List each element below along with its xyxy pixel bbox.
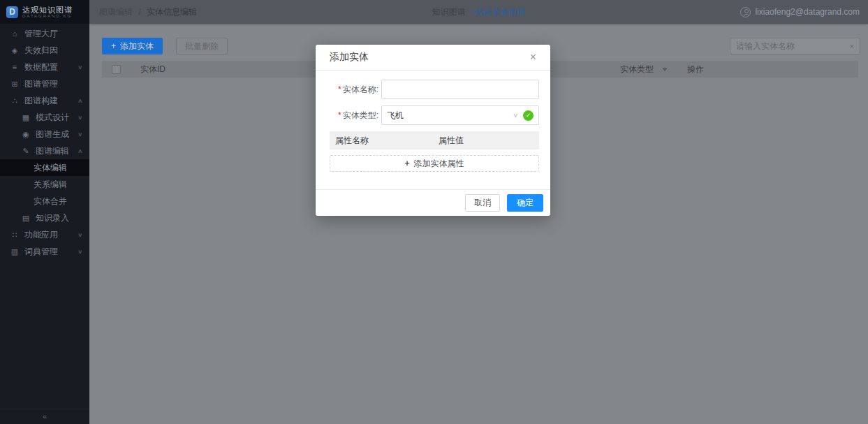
user-email: lixiaofeng2@datagrand.com xyxy=(755,7,860,17)
column-entity-id: 实体ID xyxy=(140,64,165,75)
column-entity-type: 实体类型 xyxy=(620,64,654,75)
sidebar-item-management-hall[interactable]: ⌂ 管理大厅 xyxy=(0,25,89,42)
brand-subtitle: DATAGRAND KG xyxy=(22,14,73,19)
sidebar-item-label: 模式设计 xyxy=(36,112,69,124)
column-action: 操作 xyxy=(687,64,704,75)
current-graph-name: 武器装备图谱 xyxy=(476,7,526,17)
add-property-label: 添加实体属性 xyxy=(414,158,464,170)
confirm-button[interactable]: 确定 xyxy=(507,194,543,212)
property-table-header: 属性名称 属性值 xyxy=(330,131,539,149)
sidebar-item-knowledge-entry[interactable]: ▤ 知识录入 xyxy=(0,210,89,226)
sidebar-item-label: 失效归因 xyxy=(24,45,58,57)
chevron-down-icon: ∨ xyxy=(78,232,83,238)
sidebar-item-label: 图谱生成 xyxy=(36,129,69,140)
pencil-icon: ✎ xyxy=(21,147,31,156)
sidebar-item-entity-editing[interactable]: 实体编辑 xyxy=(0,159,89,176)
modal-title: 添加实体 xyxy=(330,51,369,64)
knowledge-graph-label: 知识图谱 xyxy=(432,7,465,17)
sidebar-item-label: 数据配置 xyxy=(24,61,58,73)
filter-icon[interactable] xyxy=(662,68,668,71)
chevron-up-icon: ∧ xyxy=(78,98,83,104)
sidebar: D 达观知识图谱 DATAGRAND KG ⌂ 管理大厅 ◈ 失效归因 ≡ 数据… xyxy=(0,0,89,424)
graph-build-icon: ∴ xyxy=(10,96,20,105)
schema-icon: ▦ xyxy=(21,113,31,122)
chevron-down-icon: ∨ xyxy=(78,131,83,138)
collapse-icon: « xyxy=(43,412,47,421)
sidebar-item-label: 图谱编辑 xyxy=(36,145,69,157)
cancel-button[interactable]: 取消 xyxy=(465,194,500,212)
current-graph-link[interactable]: ☆武器装备图谱 xyxy=(468,7,526,17)
entity-search-box: × xyxy=(730,38,860,54)
sidebar-item-graph-management[interactable]: ⊞ 图谱管理 xyxy=(0,75,89,92)
close-icon[interactable]: × xyxy=(530,52,536,63)
chevron-down-icon: ∨ xyxy=(78,115,83,121)
entity-name-label: *实体名称: xyxy=(330,84,378,96)
database-icon: ≡ xyxy=(10,63,20,71)
sidebar-item-graph-generation[interactable]: ◉ 图谱生成 ∨ xyxy=(0,126,89,142)
sidebar-item-graph-construction[interactable]: ∴ 图谱构建 ∧ xyxy=(0,92,89,109)
add-entity-label: 添加实体 xyxy=(120,41,154,52)
sidebar-collapse-button[interactable]: « xyxy=(0,409,89,424)
required-mark: * xyxy=(338,85,341,94)
home-icon: ⌂ xyxy=(10,29,20,38)
add-property-button[interactable]: + 添加实体属性 xyxy=(330,155,539,172)
sidebar-nav: ⌂ 管理大厅 ◈ 失效归因 ≡ 数据配置 ∨ ⊞ 图谱管理 ∴ 图谱构建 ∧ ▦… xyxy=(0,24,89,260)
batch-delete-label: 批量删除 xyxy=(185,41,219,52)
modal-footer: 取消 确定 xyxy=(316,189,550,216)
breadcrumb: 图谱编辑 / 实体信息编辑 xyxy=(89,6,197,18)
brand-logo[interactable]: D 达观知识图谱 DATAGRAND KG xyxy=(0,0,89,24)
select-all-checkbox[interactable] xyxy=(112,65,121,74)
cube-icon: ◈ xyxy=(10,46,20,55)
dictionary-icon: ▥ xyxy=(10,247,20,256)
breadcrumb-parent[interactable]: 图谱编辑 xyxy=(99,7,133,17)
generate-icon: ◉ xyxy=(21,130,31,139)
sidebar-item-label: 图谱构建 xyxy=(24,95,58,107)
required-mark: * xyxy=(338,110,341,120)
sidebar-item-label: 图谱管理 xyxy=(24,78,58,90)
add-entity-button[interactable]: + 添加实体 xyxy=(102,38,163,54)
sidebar-item-graph-editing[interactable]: ✎ 图谱编辑 ∧ xyxy=(0,142,89,159)
modal-header: 添加实体 × xyxy=(316,45,550,71)
batch-delete-button[interactable]: 批量删除 xyxy=(176,38,228,54)
breadcrumb-current: 实体信息编辑 xyxy=(147,7,197,17)
property-value-column: 属性值 xyxy=(439,135,464,147)
sidebar-item-label: 实体编辑 xyxy=(34,162,67,174)
entity-type-value: 飞机 xyxy=(387,110,404,122)
entity-search-input[interactable] xyxy=(736,41,846,51)
entity-name-input[interactable] xyxy=(381,80,539,99)
sidebar-item-function-apps[interactable]: ∷ 功能应用 ∨ xyxy=(0,226,89,243)
brand-logo-icon: D xyxy=(6,6,18,18)
graph-manage-icon: ⊞ xyxy=(10,80,20,89)
sidebar-item-data-config[interactable]: ≡ 数据配置 ∨ xyxy=(0,59,89,75)
entity-type-label: *实体类型: xyxy=(330,110,378,122)
sidebar-item-label: 知识录入 xyxy=(36,212,69,224)
star-icon: ☆ xyxy=(468,7,476,17)
entity-type-select[interactable]: 飞机 ∨ ✓ xyxy=(381,105,539,125)
user-account[interactable]: lixiaofeng2@datagrand.com xyxy=(740,7,868,17)
sidebar-item-label: 管理大厅 xyxy=(24,28,58,40)
user-avatar-icon xyxy=(740,7,751,17)
plus-icon: + xyxy=(404,159,409,168)
clear-search-icon[interactable]: × xyxy=(850,42,854,50)
breadcrumb-separator: / xyxy=(138,7,140,17)
top-header: 图谱编辑 / 实体信息编辑 知识图谱 ☆武器装备图谱 lixiaofeng2@d… xyxy=(89,0,868,24)
chevron-down-icon: ∨ xyxy=(78,249,83,255)
entity-name-row: *实体名称: xyxy=(330,80,539,99)
add-entity-modal: 添加实体 × *实体名称: *实体类型: 飞机 ∨ ✓ 属性名称 属性值 + 添… xyxy=(316,45,550,216)
apps-grid-icon: ∷ xyxy=(10,231,20,240)
sidebar-item-label: 关系编辑 xyxy=(34,179,67,191)
property-name-column: 属性名称 xyxy=(330,135,439,147)
sidebar-item-label: 词典管理 xyxy=(24,246,58,258)
chevron-down-icon: ∨ xyxy=(513,112,519,119)
valid-check-icon: ✓ xyxy=(523,110,534,121)
sidebar-item-failure-attribution[interactable]: ◈ 失效归因 xyxy=(0,42,89,59)
sidebar-item-dictionary-management[interactable]: ▥ 词典管理 ∨ xyxy=(0,243,89,260)
sidebar-item-entity-merge[interactable]: 实体合并 xyxy=(0,193,89,210)
sidebar-item-relation-editing[interactable]: 关系编辑 xyxy=(0,176,89,193)
sidebar-item-schema-design[interactable]: ▦ 模式设计 ∨ xyxy=(0,109,89,126)
sidebar-item-label: 实体合并 xyxy=(34,196,67,207)
sidebar-item-label: 功能应用 xyxy=(24,229,58,241)
knowledge-entry-icon: ▤ xyxy=(21,214,31,223)
modal-body: *实体名称: *实体类型: 飞机 ∨ ✓ 属性名称 属性值 + 添加实体属性 xyxy=(316,71,550,172)
chevron-down-icon: ∨ xyxy=(78,64,83,71)
